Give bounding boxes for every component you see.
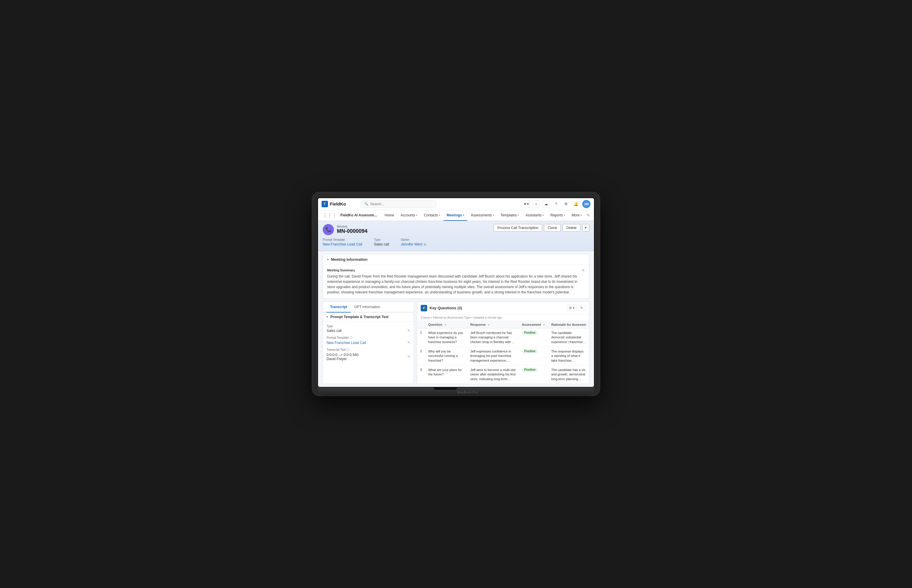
row2-assessment-badge: Positive: [522, 349, 538, 354]
actions-dropdown-button[interactable]: ▾: [582, 224, 589, 231]
key-questions-icon: ⚡: [421, 305, 427, 311]
nav-assessments-chevron: ▾: [493, 214, 494, 216]
header-actions: Process Call Transcription Clone Delete …: [494, 224, 589, 232]
summary-label: Meeting Summary: [327, 268, 582, 272]
row3-question: What are your plans for the future?: [425, 365, 468, 384]
meta-type: Type Sales call: [374, 238, 389, 247]
tab-gpt[interactable]: GPT Information: [351, 302, 384, 313]
page-header-band: 📞 Meeting MN-0000094 Process Call Transc…: [318, 221, 594, 251]
left-body: Type Sales call ✎ Prompt Template ⓘ: [323, 321, 414, 367]
prompt-section-header[interactable]: ▾ Prompt Template & Transcript Text: [323, 313, 414, 321]
col-header-response[interactable]: Response ▼: [467, 321, 519, 328]
type-label: Type: [374, 238, 389, 241]
nav-edit-icon[interactable]: ✎: [585, 210, 591, 220]
laptop-base: MacBook Pro: [317, 388, 595, 396]
star-button[interactable]: ★▾: [522, 200, 530, 208]
top-bar: F FieldKo 🔍 ★▾ ＋ ☁ ? ⚙ 🔔 JW: [318, 198, 594, 210]
nav-item-contacts[interactable]: Contacts ▾: [421, 210, 443, 221]
nav-meetings-chevron: ▾: [463, 214, 464, 216]
nav-item-templates[interactable]: Templates ▾: [498, 210, 522, 221]
nav-more-chevron: ▾: [580, 214, 582, 216]
nav-contacts-chevron: ▾: [439, 214, 440, 216]
prompt-section-title: Prompt Template & Transcript Text: [330, 315, 389, 319]
nav-item-assistants[interactable]: Assistants ▾: [523, 210, 547, 221]
cloud-button[interactable]: ☁: [542, 200, 550, 208]
prompt-template-info-icon[interactable]: ⓘ: [350, 336, 352, 339]
prompt-template-field-link[interactable]: New Franchise Lead Call: [327, 341, 366, 345]
question-sort-icon: ▼: [444, 323, 447, 326]
row1-assessment: Positive: [519, 328, 548, 347]
nav-bar: ⋮⋮⋮ FieldKo AI Assessm... Home Accounts …: [318, 210, 594, 221]
nav-item-accounts[interactable]: Accounts ▾: [398, 210, 420, 221]
help-button[interactable]: ?: [552, 200, 560, 208]
prompt-section-chevron: ▾: [327, 315, 328, 318]
col-header-assessment[interactable]: Assessment ▼: [519, 321, 548, 328]
col-header-question[interactable]: Question ▼: [425, 321, 468, 328]
laptop-notch: [434, 388, 457, 390]
meeting-information-card: ▾ Meeting Information Meeting Summary Du…: [323, 254, 589, 299]
transcript-edit-icon[interactable]: ✎: [407, 355, 410, 359]
meeting-id: MN-0000094: [337, 228, 368, 234]
row1-num: 1: [417, 328, 425, 347]
nav-reports-label: Reports: [551, 213, 563, 217]
meeting-title-group: Meeting MN-0000094: [337, 225, 368, 234]
delete-button[interactable]: Delete: [562, 224, 580, 232]
logo-icon: F: [322, 201, 328, 207]
prompt-template-link[interactable]: New Franchise Lead Call: [323, 242, 362, 246]
search-input[interactable]: [370, 202, 433, 206]
nav-item-meetings[interactable]: Meetings ▾: [444, 210, 467, 221]
top-icons: ★▾ ＋ ☁ ? ⚙ 🔔 JW: [522, 200, 590, 208]
meeting-information-header[interactable]: ▾ Meeting Information: [323, 254, 589, 265]
page-header-meta: Prompt Template New Franchise Lead Call …: [323, 238, 589, 247]
prompt-template-field-label: Prompt Template ⓘ: [327, 336, 410, 340]
type-edit-icon[interactable]: ✎: [407, 329, 410, 333]
left-tab-bar: Transcript GPT Information: [323, 302, 414, 313]
key-questions-title: Key Questions (3): [429, 306, 462, 310]
nav-contacts-label: Contacts: [424, 213, 438, 217]
transcript-info-icon[interactable]: ⓘ: [347, 348, 350, 351]
nav-templates-label: Templates: [501, 213, 517, 217]
kq-settings-button[interactable]: ⚙ ▾: [567, 305, 577, 311]
summary-edit-icon[interactable]: ✎: [582, 268, 585, 273]
search-bar[interactable]: 🔍: [360, 200, 437, 208]
transcript-speaker: David Freyer: [327, 357, 358, 361]
left-panel: Transcript GPT Information ▾ Prompt Temp…: [323, 302, 414, 384]
nav-assistants-label: Assistants: [525, 213, 542, 217]
type-field: Type Sales call ✎: [327, 325, 410, 333]
response-sort-icon: ▼: [488, 323, 490, 326]
row3-rationale: The candidate has a vis and growth, demo…: [548, 365, 589, 384]
nav-item-home[interactable]: Home: [382, 210, 397, 221]
kq-refresh-button[interactable]: ↻: [578, 305, 585, 311]
process-call-button[interactable]: Process Call Transcription: [494, 224, 542, 232]
row1-assessment-badge: Positive: [522, 330, 538, 335]
nav-item-reports[interactable]: Reports ▾: [548, 210, 568, 221]
clone-button[interactable]: Clone: [544, 224, 561, 232]
nav-item-assessments[interactable]: Assessments ▾: [468, 210, 497, 221]
section-chevron-icon: ▾: [327, 258, 329, 261]
nav-reports-chevron: ▾: [564, 214, 565, 216]
logo-area: F FieldKo: [322, 201, 357, 207]
table-row: 3 What are your plans for the future? Je…: [417, 365, 589, 384]
summary-text: During the call, David Freyer from the R…: [327, 274, 582, 295]
settings-button[interactable]: ⚙: [562, 200, 570, 208]
col-header-rationale: Rationale for Assessm: [548, 321, 589, 328]
owner-value[interactable]: Jennifer West: [401, 242, 422, 246]
prompt-template-edit-icon[interactable]: ✎: [407, 341, 410, 344]
key-questions-meta: 3 items • Filtered by Assessment Type • …: [417, 315, 589, 321]
transcript-time: 0:0:0.0 --> 0:0:0.540: [327, 353, 358, 357]
nav-home-label: Home: [384, 213, 394, 217]
assessment-sort-icon: ▼: [543, 323, 546, 326]
key-questions-table: Question ▼ Response ▼ Assessment: [417, 321, 589, 384]
key-questions-header: ⚡ Key Questions (3) ⚙ ▾ ↻: [417, 302, 589, 315]
row3-response: Jeff aims to become a multi-site owner a…: [467, 365, 519, 384]
row2-num: 2: [417, 347, 425, 365]
nav-item-more[interactable]: More ▾: [569, 210, 585, 221]
add-button[interactable]: ＋: [532, 200, 540, 208]
transcript-field: Transcript Text ⓘ 0:0:0.0 --> 0:0:0.540 …: [327, 348, 410, 361]
avatar[interactable]: JW: [582, 200, 590, 208]
table-row: 2 Why will you be successful running a f…: [417, 347, 589, 365]
key-questions-actions: ⚙ ▾ ↻: [567, 305, 585, 311]
bell-button[interactable]: 🔔: [572, 200, 580, 208]
nav-apps-icon[interactable]: ⋮⋮⋮: [322, 210, 338, 221]
tab-transcript[interactable]: Transcript: [327, 302, 351, 313]
